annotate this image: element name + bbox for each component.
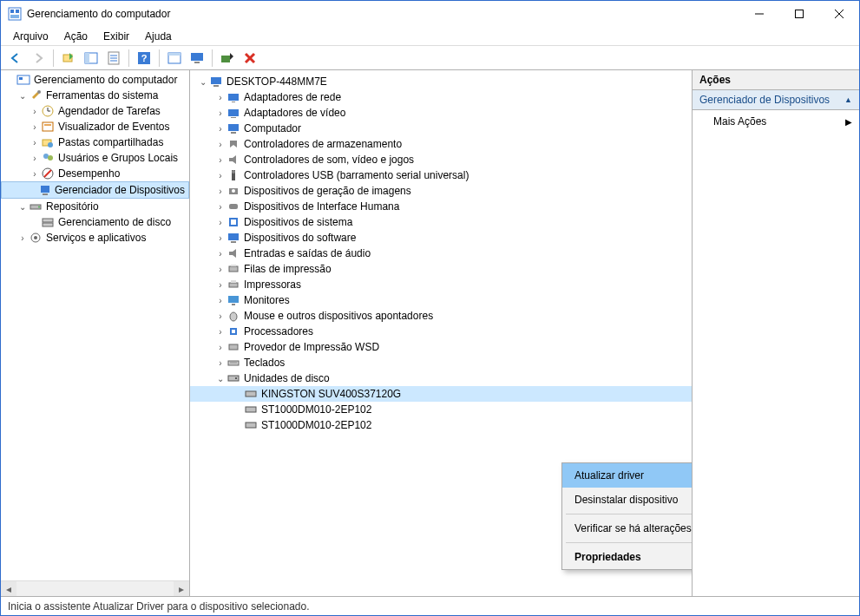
chevron-right-icon: › [214, 327, 226, 337]
chevron-right-icon: › [214, 155, 226, 165]
minimize-button[interactable] [739, 1, 779, 27]
tree-storage[interactable]: ⌄ Repositório [1, 199, 189, 214]
device-category-disks[interactable]: ⌄ Unidades de disco [190, 370, 692, 386]
device-category[interactable]: ›Dispositivos de Interface Humana [190, 199, 692, 214]
scan-hardware-button[interactable] [218, 49, 237, 68]
category-icon [226, 200, 240, 213]
maximize-button[interactable] [779, 1, 819, 27]
device-category[interactable]: ›Entradas e saídas de áudio [190, 246, 692, 261]
actions-header: Ações [693, 70, 859, 90]
device-category[interactable]: ›Monitores [190, 292, 692, 308]
uninstall-button[interactable] [240, 49, 259, 68]
svg-rect-43 [43, 223, 53, 226]
horizontal-scrollbar[interactable]: ◂ ▸ [1, 580, 189, 596]
device-category[interactable]: ›Mouse e outros dispositivos apontadores [190, 308, 692, 324]
svg-rect-18 [168, 53, 181, 56]
menu-ajuda[interactable]: Ajuda [138, 29, 179, 44]
device-tree[interactable]: ⌄ DESKTOP-448MM7E ›Adaptadores de rede›A… [190, 70, 692, 436]
device-category[interactable]: ›Controladores USB (barramento serial un… [190, 167, 692, 183]
device-category[interactable]: ›Computador [190, 121, 692, 136]
actions-group[interactable]: Gerenciador de Dispositivos ▲ [693, 90, 859, 110]
scroll-right-icon[interactable]: ▸ [174, 581, 189, 596]
context-menu-separator [566, 514, 693, 514]
disk-drive-item[interactable]: KINGSTON SUV400S37120G [190, 386, 692, 402]
tree-tools[interactable]: ⌄ Ferramentas do sistema [1, 88, 189, 103]
device-root[interactable]: ⌄ DESKTOP-448MM7E [190, 74, 692, 89]
view-devices-button[interactable] [165, 49, 184, 68]
tree-root[interactable]: Gerenciamento do computador [1, 72, 189, 88]
menu-arquivo[interactable]: Arquivo [6, 29, 56, 44]
device-label: Controladores USB (barramento serial uni… [244, 169, 469, 181]
actions-more[interactable]: Mais Ações ▶ [693, 110, 859, 133]
forward-button[interactable] [29, 49, 48, 68]
device-label: ST1000DM010-2EP102 [261, 419, 371, 431]
device-category[interactable]: ›Processadores [190, 324, 692, 339]
tree-scheduler[interactable]: › Agendador de Tarefas [1, 103, 189, 119]
submenu-icon: ▶ [845, 117, 852, 127]
up-button[interactable] [59, 49, 78, 68]
svg-rect-63 [229, 266, 238, 272]
tree-services-apps[interactable]: › Serviços e aplicativos [1, 230, 189, 246]
device-label: Dispositivos de Interface Humana [244, 200, 399, 213]
device-label: Mouse e outros dispositivos apontadores [244, 310, 433, 322]
scroll-left-icon[interactable]: ◂ [1, 581, 16, 596]
tree-disk-mgmt[interactable]: Gerenciamento de disco [1, 214, 189, 230]
context-menu-separator [566, 542, 693, 543]
device-category[interactable]: ›Controladores de armazenamento [190, 136, 692, 152]
chevron-right-icon: › [29, 107, 41, 116]
properties-button[interactable] [104, 49, 123, 68]
svg-rect-3 [10, 15, 19, 18]
cm-scan-hardware[interactable]: Verificar se há alterações de hardware [562, 516, 693, 541]
help-button[interactable]: ? [135, 49, 154, 68]
users-icon [41, 151, 55, 165]
console-tree-pane: Gerenciamento do computador ⌄ Ferramenta… [1, 70, 190, 596]
device-label: Adaptadores de rede [244, 91, 341, 103]
device-category[interactable]: ›Controladores de som, vídeo e jogos [190, 152, 692, 167]
device-category[interactable]: ›Impressoras [190, 277, 692, 292]
tree-event-viewer[interactable]: › Visualizador de Eventos [1, 119, 189, 134]
svg-rect-49 [232, 102, 235, 102]
svg-rect-19 [191, 53, 203, 61]
svg-line-37 [44, 170, 51, 177]
device-label: Controladores de armazenamento [244, 138, 402, 150]
svg-rect-30 [43, 122, 53, 131]
console-tree[interactable]: Gerenciamento do computador ⌄ Ferramenta… [1, 70, 189, 247]
tree-shared-folders[interactable]: › Pastas compartilhadas [1, 134, 189, 150]
menu-exibir[interactable]: Exibir [96, 29, 136, 44]
collapse-icon: ▲ [844, 95, 852, 104]
chevron-right-icon: › [214, 187, 226, 196]
device-category[interactable]: ›Dispositivos de geração de imagens [190, 183, 692, 199]
cm-update-driver[interactable]: Atualizar driver [562, 463, 693, 488]
device-category[interactable]: ›Dispositivos de sistema [190, 214, 692, 230]
disk-drive-item[interactable]: ST1000DM010-2EP102 [190, 402, 692, 417]
tree-device-manager[interactable]: Gerenciador de Dispositivos [1, 181, 189, 199]
monitor-button[interactable] [187, 49, 207, 68]
tree-performance[interactable]: › Desempenho [1, 166, 189, 181]
device-category[interactable]: ›Teclados [190, 355, 692, 370]
category-icon [226, 153, 240, 167]
menu-acao[interactable]: Ação [57, 29, 95, 44]
chevron-down-icon: ⌄ [16, 202, 29, 212]
device-category[interactable]: ›Filas de impressão [190, 261, 692, 277]
device-label: Dispositivos de geração de imagens [244, 185, 411, 197]
back-button[interactable] [6, 49, 25, 68]
chevron-right-icon: › [29, 169, 41, 179]
close-button[interactable] [819, 1, 859, 27]
status-text: Inicia o assistente Atualizar Driver par… [8, 600, 310, 613]
context-menu: Atualizar driver Desinstalar dispositivo… [561, 462, 693, 570]
device-category[interactable]: ›Provedor de Impressão WSD [190, 339, 692, 355]
device-category[interactable]: ›Adaptadores de vídeo [190, 105, 692, 121]
device-category[interactable]: ›Dispositivos do software [190, 230, 692, 246]
tree-users-groups[interactable]: › Usuários e Grupos Locais [1, 150, 189, 166]
svg-rect-72 [229, 344, 238, 350]
svg-rect-60 [231, 220, 236, 225]
cm-uninstall-device[interactable]: Desinstalar dispositivo [562, 488, 693, 512]
device-category[interactable]: ›Adaptadores de rede [190, 89, 692, 105]
tree-label: Gerenciamento de disco [58, 216, 171, 228]
cm-properties[interactable]: Propriedades [562, 545, 693, 569]
svg-rect-62 [231, 241, 236, 243]
device-label: Dispositivos de sistema [244, 216, 352, 228]
disk-drive-item[interactable]: ST1000DM010-2EP102 [190, 417, 692, 433]
device-label: ST1000DM010-2EP102 [261, 403, 371, 416]
show-hide-tree-button[interactable] [82, 49, 101, 68]
